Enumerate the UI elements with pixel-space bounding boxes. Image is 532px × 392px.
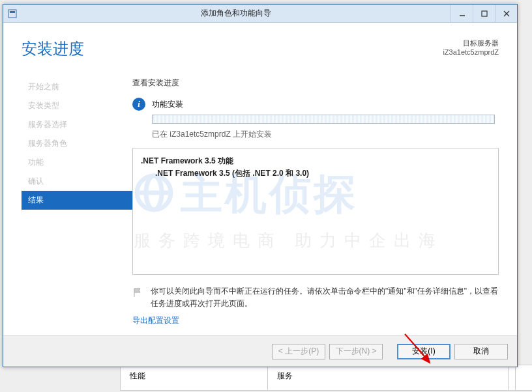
minimize-button[interactable] — [451, 5, 473, 22]
destination-server: 目标服务器 iZ3a1etc5zmprdZ — [443, 38, 499, 56]
export-config-link[interactable]: 导出配置设置 — [132, 315, 499, 326]
app-icon — [3, 9, 22, 18]
close-note-text: 你可以关闭此向导而不中断正在运行的任务。请依次单击命令栏中的"通知"和"任务详细… — [151, 285, 499, 310]
previous-button: < 上一步(P) — [272, 344, 325, 359]
feature-child: .NET Framework 3.5 (包括 .NET 2.0 和 3.0) — [155, 167, 490, 180]
sidebar-step-0: 开始之前 — [22, 77, 132, 96]
close-button[interactable] — [495, 5, 517, 22]
features-list: .NET Framework 3.5 功能 .NET Framework 3.5… — [132, 148, 499, 275]
bg-svc-label: 服务 — [277, 371, 499, 382]
next-button: 下一步(N) > — [329, 344, 383, 359]
sidebar-step-2: 服务器选择 — [22, 115, 132, 134]
sidebar-step-3: 服务器角色 — [22, 134, 132, 153]
wizard-footer: < 上一步(P) 下一步(N) > 安装(I) 取消 — [3, 335, 517, 367]
info-icon: i — [132, 98, 145, 111]
sidebar-step-5: 确认 — [22, 172, 132, 191]
flag-icon — [132, 287, 144, 310]
window-title: 添加角色和功能向导 — [22, 8, 451, 19]
wizard-steps-sidebar: 开始之前安装类型服务器选择服务器角色功能确认结果 — [22, 77, 132, 326]
titlebar: 添加角色和功能向导 — [3, 5, 517, 23]
install-button[interactable]: 安装(I) — [397, 344, 451, 359]
wizard-window: 添加角色和功能向导 主机侦探 服务跨境电商 助力中企出海 安装进度 目标服务器 … — [3, 4, 518, 367]
svg-rect-3 — [482, 11, 487, 16]
status-text: 功能安装 — [152, 99, 183, 110]
maximize-button[interactable] — [473, 5, 495, 22]
svg-rect-0 — [8, 10, 16, 18]
feature-root: .NET Framework 3.5 功能 — [141, 155, 490, 167]
cancel-button[interactable]: 取消 — [454, 344, 508, 359]
view-progress-label: 查看安装进度 — [132, 77, 499, 89]
started-on-text: 已在 iZ3a1etc5zmprdZ 上开始安装 — [152, 129, 499, 140]
install-progress-bar — [152, 115, 495, 124]
sidebar-step-1: 安装类型 — [22, 96, 132, 115]
svg-rect-1 — [10, 11, 15, 13]
sidebar-step-4: 功能 — [22, 153, 132, 172]
sidebar-step-6: 结果 — [22, 191, 132, 210]
page-title: 安装进度 — [22, 38, 84, 59]
